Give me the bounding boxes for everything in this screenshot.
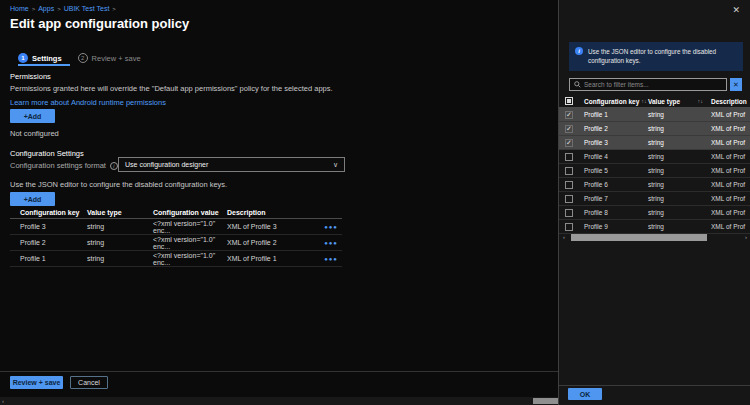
- cell-value: <?xml version="1.0" enc...: [153, 236, 227, 250]
- cell-key: Profile 2: [10, 239, 87, 246]
- active-tab-underline: [18, 64, 70, 66]
- review-save-button[interactable]: Review + save: [10, 376, 63, 389]
- row-checkbox[interactable]: ✓: [565, 111, 573, 119]
- cell-description: XML of Prof: [711, 167, 750, 174]
- row-checkbox[interactable]: ✓: [565, 195, 573, 203]
- cell-description: XML of Prof: [711, 111, 750, 118]
- flyout-table-header: Configuration key ↑↓ Value type ↑↓ Descr…: [559, 95, 750, 108]
- row-menu-ellipsis-icon[interactable]: ●●●: [312, 256, 342, 262]
- table-row[interactable]: ✓ Profile 8 string XML of Prof: [559, 206, 750, 220]
- cell-type: string: [648, 139, 711, 146]
- checkmark-icon: ✓: [566, 125, 572, 132]
- flyout-table-rows: ✓ Profile 1 string XML of Prof ✓ Profile…: [559, 108, 750, 234]
- checkmark-icon: ✓: [566, 111, 572, 118]
- cell-key: Profile 7: [584, 195, 648, 202]
- row-menu-ellipsis-icon[interactable]: ●●●: [312, 240, 342, 246]
- tab-review-save[interactable]: 2 Review + save: [78, 53, 141, 63]
- breadcrumb-apps[interactable]: Apps: [38, 5, 54, 12]
- header-configuration-value: Configuration value: [153, 209, 227, 216]
- scroll-right-arrow-icon[interactable]: ›: [745, 233, 747, 242]
- header-configuration-key[interactable]: Configuration key ↑↓: [584, 98, 648, 105]
- table-row[interactable]: Profile 3 string <?xml version="1.0" enc…: [10, 219, 342, 235]
- ok-button[interactable]: OK: [568, 388, 602, 400]
- info-icon[interactable]: i: [110, 162, 118, 170]
- header-description: Description: [227, 209, 312, 216]
- horizontal-scrollbar[interactable]: ‹: [0, 397, 558, 405]
- info-icon: i: [575, 47, 583, 55]
- scroll-left-arrow-icon[interactable]: ‹: [563, 233, 565, 242]
- cell-type: string: [648, 209, 711, 216]
- header-configuration-key-text: Configuration key: [584, 98, 639, 105]
- table-row[interactable]: ✓ Profile 4 string XML of Prof: [559, 150, 750, 164]
- dropdown-selected-value: Use configuration designer: [125, 161, 208, 168]
- row-checkbox[interactable]: ✓: [565, 181, 573, 189]
- table-row[interactable]: ✓ Profile 5 string XML of Prof: [559, 164, 750, 178]
- tab-settings[interactable]: 1 Settings: [18, 53, 62, 63]
- breadcrumb-app-name[interactable]: UBIK Test Test: [64, 5, 110, 12]
- row-menu-ellipsis-icon[interactable]: ●●●: [312, 224, 342, 230]
- permissions-add-button[interactable]: +Add: [10, 109, 55, 123]
- checkmark-icon: ✓: [566, 139, 572, 146]
- select-all-checkbox[interactable]: [565, 97, 573, 105]
- row-checkbox[interactable]: ✓: [565, 125, 573, 133]
- table-row[interactable]: ✓ Profile 7 string XML of Prof: [559, 192, 750, 206]
- flyout-panel: ✕ i Use the JSON editor to configure the…: [558, 0, 750, 405]
- breadcrumb-home[interactable]: Home: [10, 5, 29, 12]
- header-description-text: Description: [711, 98, 747, 105]
- scroll-left-arrow-icon[interactable]: ‹: [2, 397, 4, 405]
- configuration-format-dropdown[interactable]: Use configuration designer ∨: [118, 157, 345, 172]
- row-checkbox[interactable]: ✓: [565, 167, 573, 175]
- cell-key: Profile 8: [584, 209, 648, 216]
- row-checkbox[interactable]: ✓: [565, 209, 573, 217]
- search-clear-icon[interactable]: ✕: [730, 78, 742, 91]
- cell-description: XML of Prof: [711, 125, 750, 132]
- chevron-down-icon: ∨: [333, 161, 338, 169]
- configuration-format-label-text: Configuration settings format: [10, 161, 106, 170]
- configuration-format-label: Configuration settings format i: [10, 161, 118, 170]
- cell-description: XML of Prof: [711, 195, 750, 202]
- tab-review-label: Review + save: [92, 54, 141, 63]
- cell-type: string: [648, 223, 711, 230]
- search-icon: [574, 81, 581, 88]
- cell-type: string: [87, 239, 153, 246]
- cell-type: string: [648, 125, 711, 132]
- table-row[interactable]: ✓ Profile 9 string XML of Prof: [559, 220, 750, 234]
- row-checkbox[interactable]: ✓: [565, 139, 573, 147]
- info-banner: i Use the JSON editor to configure the d…: [569, 42, 743, 71]
- breadcrumb-separator: >: [57, 6, 61, 12]
- cell-value: <?xml version="1.0" enc...: [153, 252, 227, 266]
- header-description: Description: [711, 98, 750, 105]
- cell-description: XML of Prof: [711, 139, 750, 146]
- row-checkbox[interactable]: ✓: [565, 223, 573, 231]
- cell-description: XML of Prof: [711, 181, 750, 188]
- table-row[interactable]: Profile 2 string <?xml version="1.0" enc…: [10, 235, 342, 251]
- permissions-status: Not configured: [10, 129, 59, 138]
- table-row[interactable]: ✓ Profile 6 string XML of Prof: [559, 178, 750, 192]
- horizontal-scrollbar[interactable]: ‹ ›: [559, 233, 750, 242]
- more-options-icon[interactable]: ...: [155, 22, 165, 31]
- breadcrumb-separator: >: [32, 6, 36, 12]
- row-checkbox[interactable]: ✓: [565, 153, 573, 161]
- header-value-type[interactable]: Value type ↑↓: [648, 98, 711, 105]
- table-row[interactable]: Profile 1 string <?xml version="1.0" enc…: [10, 251, 342, 267]
- search-input[interactable]: [584, 81, 722, 88]
- table-row[interactable]: ✓ Profile 1 string XML of Prof: [559, 108, 750, 122]
- cell-type: string: [648, 111, 711, 118]
- permissions-description: Permissions granted here will override t…: [10, 84, 333, 93]
- cell-key: Profile 6: [584, 181, 648, 188]
- tab-review-number: 2: [78, 53, 88, 63]
- search-box: [569, 78, 727, 91]
- sort-icon: ↑↓: [698, 98, 704, 104]
- breadcrumb: Home>Apps>UBIK Test Test>: [10, 5, 119, 12]
- table-row[interactable]: ✓ Profile 3 string XML of Prof: [559, 136, 750, 150]
- configuration-add-button[interactable]: +Add: [10, 192, 55, 206]
- table-row[interactable]: ✓ Profile 2 string XML of Prof: [559, 122, 750, 136]
- header-value-type-text: Value type: [648, 98, 680, 105]
- cell-type: string: [87, 255, 153, 262]
- cancel-button[interactable]: Cancel: [70, 376, 108, 389]
- scrollbar-thumb[interactable]: [571, 234, 707, 241]
- permissions-learn-more-link[interactable]: Learn more about Android runtime permiss…: [10, 98, 166, 107]
- cell-description: XML of Prof: [711, 209, 750, 216]
- scrollbar-thumb[interactable]: [533, 398, 558, 404]
- close-icon[interactable]: ✕: [732, 5, 740, 15]
